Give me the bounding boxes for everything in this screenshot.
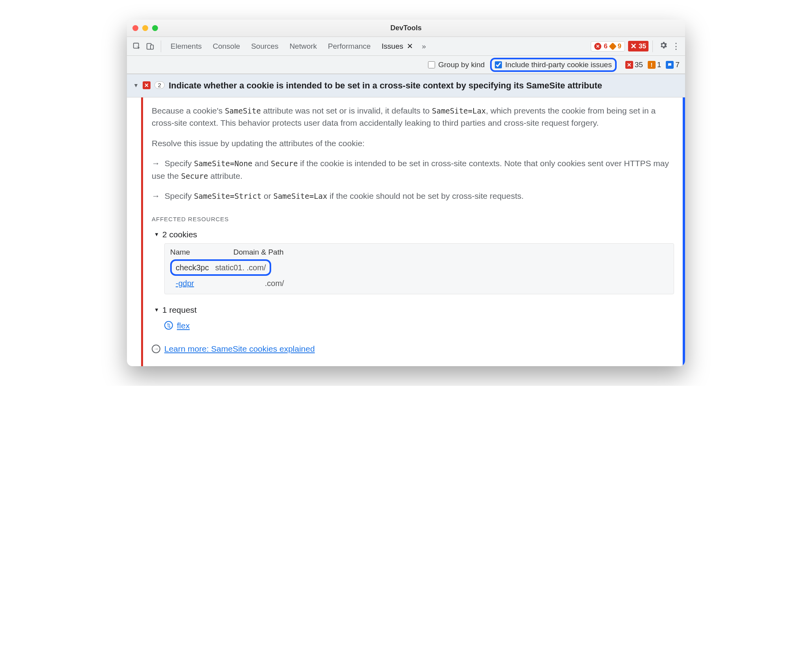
counter-info[interactable]: 7 <box>666 61 680 69</box>
settings-gear-icon[interactable] <box>657 41 670 51</box>
network-link-icon: ⇅ <box>164 321 173 330</box>
titlebar: DevTools <box>127 20 685 37</box>
kebab-menu-icon[interactable]: ⋮ <box>670 41 682 51</box>
error-count: 6 <box>604 42 607 50</box>
cookies-label: 2 cookies <box>162 228 197 241</box>
tabstrip: Elements Console Sources Network Perform… <box>127 37 685 56</box>
disclosure-triangle-icon: ▼ <box>154 306 159 314</box>
device-toolbar-icon[interactable] <box>143 42 157 51</box>
tab-performance[interactable]: Performance <box>322 42 376 51</box>
close-icon[interactable]: ✕ <box>407 42 413 50</box>
disclosure-triangle-icon[interactable]: ▼ <box>133 82 139 88</box>
issues-count: 35 <box>639 42 646 50</box>
issues-summary[interactable]: ✕ 35 <box>628 41 648 51</box>
arrow-icon: → <box>152 159 160 168</box>
issue-severity-icon: ✕ <box>143 81 151 89</box>
console-summary[interactable]: ✕ 6 9 <box>591 41 625 51</box>
cookie-row-1[interactable]: check3pc static01. .com/ <box>170 259 271 276</box>
disclosure-triangle-icon: ▼ <box>154 231 159 238</box>
issue-paragraph-1: Because a cookie's SameSite attribute wa… <box>152 105 674 129</box>
more-tabs-icon[interactable]: » <box>419 42 429 51</box>
group-by-kind-checkbox[interactable]: Group by kind <box>428 61 485 69</box>
issue-bullet-1: → Specify SameSite=None and Secure if th… <box>152 157 674 182</box>
request-row[interactable]: ⇅ flex <box>164 319 674 332</box>
col-name: Name <box>170 247 190 258</box>
include-third-party-checkbox[interactable]: Include third-party cookie issues <box>490 58 616 72</box>
counter-info-value: 7 <box>675 61 680 69</box>
error-square-icon: ✕ <box>625 61 633 69</box>
counter-warnings[interactable]: ! 1 <box>648 61 661 69</box>
options-bar: Group by kind Include third-party cookie… <box>127 56 685 74</box>
cookie-domain: static01. .com/ <box>215 262 266 273</box>
tab-elements[interactable]: Elements <box>165 42 207 51</box>
issue-bullet-2: → Specify SameSite=Strict or SameSite=La… <box>152 190 674 202</box>
cookie-domain: .com/ <box>265 277 284 289</box>
request-name[interactable]: flex <box>177 319 190 332</box>
issue-title: Indicate whether a cookie is intended to… <box>169 80 602 92</box>
include-third-party-label: Include third-party cookie issues <box>505 61 612 69</box>
warning-square-icon: ! <box>648 61 656 69</box>
counter-warnings-value: 1 <box>657 61 661 69</box>
cookies-table: Name Domain & Path check3pc static01. .c… <box>164 243 674 295</box>
arrow-icon: → <box>152 191 160 200</box>
warning-count: 9 <box>618 42 621 50</box>
issue-count-pill: 2 <box>154 81 165 89</box>
issue-counters: ✕ 35 ! 1 7 <box>622 61 680 69</box>
svg-rect-2 <box>151 45 153 49</box>
requests-label: 1 request <box>162 304 197 316</box>
tab-issues-label: Issues <box>382 42 403 50</box>
tab-issues[interactable]: Issues ✕ <box>376 42 419 51</box>
window-title: DevTools <box>127 24 685 32</box>
group-by-kind-input[interactable] <box>428 61 435 68</box>
issue-header[interactable]: ▼ ✕ 2 Indicate whether a cookie is inten… <box>127 74 685 97</box>
affected-resources-heading: AFFECTED RESOURCES <box>152 215 674 224</box>
requests-section-toggle[interactable]: ▼ 1 request <box>154 304 674 316</box>
tab-console[interactable]: Console <box>207 42 246 51</box>
external-link-icon: → <box>152 345 160 353</box>
tab-sources[interactable]: Sources <box>246 42 284 51</box>
counter-errors[interactable]: ✕ 35 <box>625 61 643 69</box>
issue-body: Because a cookie's SameSite attribute wa… <box>141 97 683 366</box>
include-third-party-input[interactable] <box>495 61 502 68</box>
cookie-name-link[interactable]: -gdpr <box>176 277 194 289</box>
learn-more-row[interactable]: → Learn more: SameSite cookies explained <box>152 343 674 355</box>
issues-x-icon: ✕ <box>630 42 637 51</box>
tab-network[interactable]: Network <box>284 42 323 51</box>
error-icon: ✕ <box>594 43 601 50</box>
info-square-icon <box>666 61 674 69</box>
warning-icon <box>609 42 617 50</box>
issue-paragraph-2: Resolve this issue by updating the attri… <box>152 137 674 150</box>
inspect-element-icon[interactable] <box>130 42 143 51</box>
group-by-kind-label: Group by kind <box>438 61 485 69</box>
cookie-row-2[interactable]: -gdpr .com/ <box>170 276 668 291</box>
cookie-name: check3pc <box>176 262 209 273</box>
col-domain: Domain & Path <box>233 247 284 258</box>
counter-errors-value: 35 <box>635 61 643 69</box>
cookies-section-toggle[interactable]: ▼ 2 cookies <box>154 228 674 241</box>
learn-more-link[interactable]: Learn more: SameSite cookies explained <box>164 343 315 355</box>
